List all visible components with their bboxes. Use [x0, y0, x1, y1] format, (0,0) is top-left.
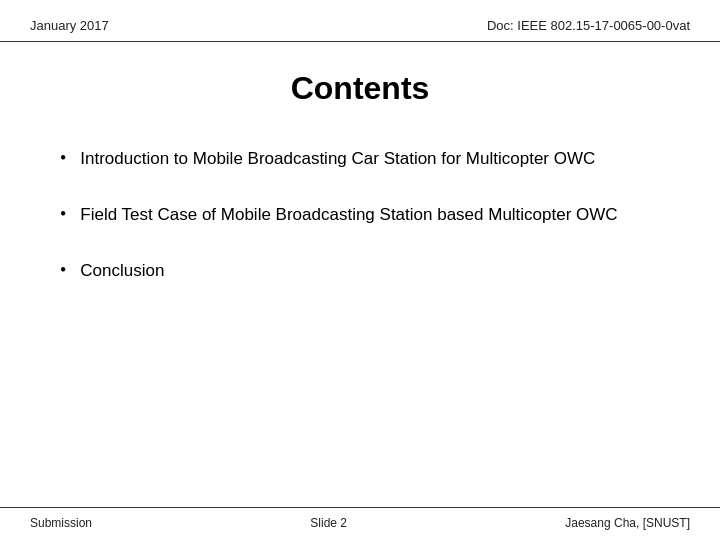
- bullet-dot-2: •: [60, 204, 66, 225]
- header-date: January 2017: [30, 18, 109, 33]
- bullet-text-3: Conclusion: [80, 259, 164, 283]
- bullet-item-3: • Conclusion: [60, 259, 660, 283]
- slide: January 2017 Doc: IEEE 802.15-17-0065-00…: [0, 0, 720, 540]
- footer-slide-number: Slide 2: [310, 516, 347, 530]
- content-area: • Introduction to Mobile Broadcasting Ca…: [0, 137, 720, 282]
- title-section: Contents: [0, 70, 720, 107]
- bullet-item-1: • Introduction to Mobile Broadcasting Ca…: [60, 147, 660, 171]
- slide-title: Contents: [291, 70, 430, 106]
- bullet-dot-1: •: [60, 148, 66, 169]
- footer-submission: Submission: [30, 516, 92, 530]
- footer-author: Jaesang Cha, [SNUST]: [565, 516, 690, 530]
- bullet-dot-3: •: [60, 260, 66, 281]
- bullet-text-1: Introduction to Mobile Broadcasting Car …: [80, 147, 595, 171]
- slide-header: January 2017 Doc: IEEE 802.15-17-0065-00…: [0, 0, 720, 42]
- header-doc: Doc: IEEE 802.15-17-0065-00-0vat: [487, 18, 690, 33]
- slide-footer: Submission Slide 2 Jaesang Cha, [SNUST]: [0, 507, 720, 540]
- bullet-item-2: • Field Test Case of Mobile Broadcasting…: [60, 203, 660, 227]
- bullet-text-2: Field Test Case of Mobile Broadcasting S…: [80, 203, 617, 227]
